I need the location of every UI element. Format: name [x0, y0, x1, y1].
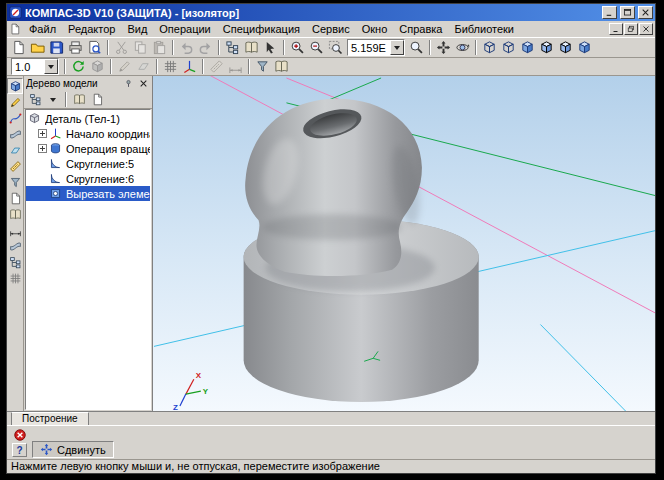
- tab-strip: Построение: [7, 411, 655, 425]
- edit-part-button[interactable]: [7, 78, 23, 94]
- sketch-button: [115, 58, 134, 76]
- hidden-lines-button[interactable]: [518, 39, 537, 57]
- child-minimize-button[interactable]: [609, 23, 623, 35]
- close-button[interactable]: [638, 6, 653, 19]
- grid-tool-button[interactable]: [7, 270, 23, 286]
- design-elements-button[interactable]: [7, 222, 23, 238]
- document-icon: [9, 23, 21, 35]
- tree-item-cut-extrude[interactable]: Вырезать элемент выд: [26, 186, 150, 201]
- app-icon: [9, 6, 22, 19]
- filters-panel-button[interactable]: [7, 174, 23, 190]
- part-icon: [28, 112, 42, 125]
- grid-button[interactable]: [161, 58, 180, 76]
- model-tree: Деталь (Тел-1) Начало координат Операция…: [25, 109, 151, 410]
- axis-z-label: Z: [173, 403, 178, 411]
- panel-title: Дерево модели: [26, 78, 120, 89]
- child-close-button[interactable]: [639, 23, 653, 35]
- filters-button[interactable]: [253, 58, 272, 76]
- menu-help[interactable]: Справка: [393, 22, 448, 36]
- step-dropdown[interactable]: [44, 59, 58, 74]
- tree-relations-button[interactable]: [70, 92, 88, 108]
- variables-button[interactable]: [242, 39, 261, 57]
- context-help-button[interactable]: [261, 39, 280, 57]
- spatial-curves-button[interactable]: [7, 110, 23, 126]
- undo-button: [177, 39, 196, 57]
- pin-icon[interactable]: [122, 78, 135, 90]
- menu-operations[interactable]: Операции: [153, 22, 216, 36]
- status-message: Нажмите левую кнопку мыши и, не отпуская…: [11, 460, 380, 472]
- expand-icon[interactable]: [38, 144, 47, 153]
- menu-bar: Файл Редактор Вид Операции Спецификация …: [7, 21, 655, 38]
- print-preview-button[interactable]: [85, 39, 104, 57]
- move-icon: [40, 443, 53, 456]
- document-manager-button[interactable]: [223, 39, 242, 57]
- tree-structure-button[interactable]: [26, 92, 44, 108]
- tree-item-revolve[interactable]: Операция вращения:1: [26, 141, 150, 156]
- tree-item-fillet-6[interactable]: Скругление:6: [26, 171, 150, 186]
- orientation-button[interactable]: [480, 39, 499, 57]
- zoom-scale-combo[interactable]: 5.159Е: [347, 39, 405, 56]
- menu-specification[interactable]: Спецификация: [217, 22, 306, 36]
- library-button[interactable]: [272, 58, 291, 76]
- window-title: КОМПАС-3D V10 (ЗАЩИТА) - [изолятор]: [25, 7, 599, 19]
- sketch-plane-button: [134, 58, 153, 76]
- menu-libraries[interactable]: Библиотеки: [448, 22, 520, 36]
- tab-construction[interactable]: Построение: [11, 412, 89, 425]
- pan-command-label: Сдвинуть: [57, 444, 106, 456]
- print-button[interactable]: [66, 39, 85, 57]
- main-toolbar: 5.159Е: [7, 38, 655, 58]
- menu-view[interactable]: Вид: [121, 22, 153, 36]
- auxiliary-geometry-button[interactable]: [7, 142, 23, 158]
- save-button[interactable]: [47, 39, 66, 57]
- property-bar: ? Сдвинуть: [7, 425, 655, 459]
- macro-elements-button[interactable]: [7, 254, 23, 270]
- expand-icon[interactable]: [38, 129, 47, 138]
- zoom-fit-button[interactable]: [407, 39, 426, 57]
- zoom-scale-value: 5.159Е: [348, 42, 390, 54]
- new-document-button[interactable]: [9, 39, 28, 57]
- reports-button[interactable]: [7, 206, 23, 222]
- measurements-button[interactable]: [7, 158, 23, 174]
- tree-dropdown-button[interactable]: [44, 92, 62, 108]
- help-button[interactable]: ?: [12, 443, 27, 457]
- pan-command-button[interactable]: Сдвинуть: [32, 441, 114, 458]
- specification-button[interactable]: [7, 190, 23, 206]
- zoom-in-button[interactable]: [288, 39, 307, 57]
- tree-item-part[interactable]: Деталь (Тел-1): [26, 111, 150, 126]
- perspective-button[interactable]: [575, 39, 594, 57]
- view-toolbar: 1.0: [7, 58, 655, 76]
- tree-item-fillet-5[interactable]: Скругление:5: [26, 156, 150, 171]
- child-restore-button[interactable]: [624, 23, 638, 35]
- sheet-metal-button[interactable]: [7, 238, 23, 254]
- zoom-area-button[interactable]: [326, 39, 345, 57]
- zoom-out-button[interactable]: [307, 39, 326, 57]
- zoom-scale-dropdown[interactable]: [390, 40, 404, 55]
- minimize-button[interactable]: [602, 6, 617, 19]
- menu-edit[interactable]: Редактор: [62, 22, 121, 36]
- wireframe-button[interactable]: [499, 39, 518, 57]
- viewport-3d[interactable]: X Y Z: [153, 76, 655, 411]
- local-axes-button[interactable]: [180, 58, 199, 76]
- shaded-button[interactable]: [537, 39, 556, 57]
- close-icon[interactable]: [137, 78, 150, 90]
- menu-service[interactable]: Сервис: [306, 22, 356, 36]
- refresh-image-button[interactable]: [69, 58, 88, 76]
- open-document-button[interactable]: [28, 39, 47, 57]
- interrupt-command-button[interactable]: [12, 427, 28, 443]
- title-bar: КОМПАС-3D V10 (ЗАЩИТА) - [изолятор]: [7, 4, 655, 21]
- fillet-icon: [49, 157, 63, 170]
- tree-item-origin[interactable]: Начало координат: [26, 126, 150, 141]
- axis-x-label: X: [196, 371, 202, 380]
- step-combo[interactable]: 1.0: [11, 58, 59, 75]
- menu-window[interactable]: Окно: [356, 22, 394, 36]
- copy-button: [131, 39, 150, 57]
- surfaces-button[interactable]: [7, 126, 23, 142]
- main-area: Дерево модели Деталь (Тел-1): [7, 76, 655, 411]
- rotate-view-button[interactable]: [453, 39, 472, 57]
- pan-view-button[interactable]: [434, 39, 453, 57]
- shaded-edges-button[interactable]: [556, 39, 575, 57]
- tree-compose-button[interactable]: [88, 92, 106, 108]
- menu-file[interactable]: Файл: [23, 22, 62, 36]
- maximize-button[interactable]: [620, 6, 635, 19]
- sketch-tool-button[interactable]: [7, 94, 23, 110]
